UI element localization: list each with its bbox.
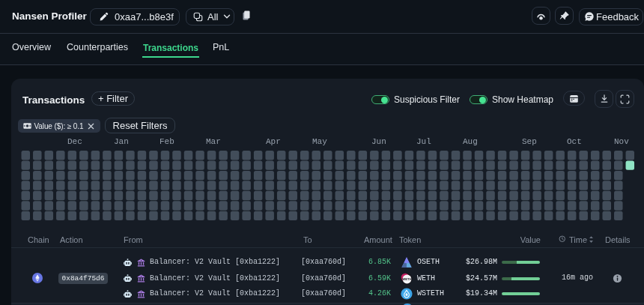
svg-text:WETH: WETH — [402, 277, 411, 281]
